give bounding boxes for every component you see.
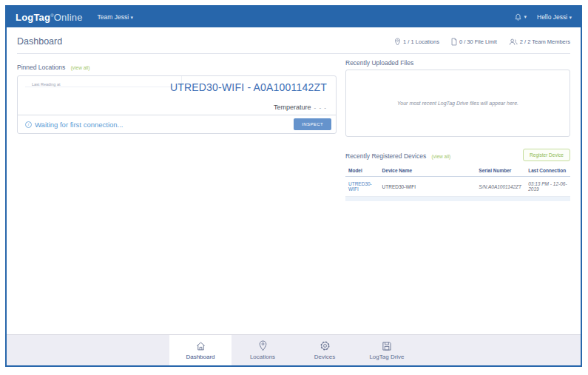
bottom-navigation: Dashboard Locations Devices LogTag Dri [7, 334, 581, 365]
stat-team-members[interactable]: 2 / 2 Team Members [509, 38, 570, 46]
recent-devices-view-all-link[interactable]: (view all) [432, 154, 451, 159]
main-content: Dashboard 1 / 1 Locations 0 / 30 File Li… [7, 27, 581, 334]
device-model-link[interactable]: UTRED30-WIFI [345, 177, 379, 197]
file-icon [451, 38, 457, 46]
team-icon [509, 38, 518, 46]
team-menu-label: Team Jessi [98, 13, 129, 21]
logo-light-text: Online [54, 12, 83, 23]
device-serial-cell: S/N:A0A1001142ZT [476, 177, 525, 197]
bell-icon [514, 13, 522, 21]
location-pin-icon [394, 38, 401, 46]
tab-locations[interactable]: Locations [232, 335, 294, 365]
table-header-row: Model Device Name Serial Number Last Con… [345, 165, 570, 177]
tab-devices-label: Devices [314, 354, 335, 360]
tab-dashboard[interactable]: Dashboard [169, 335, 232, 365]
tab-logtag-drive[interactable]: LogTag Drive [356, 335, 418, 365]
tab-dashboard-label: Dashboard [186, 354, 214, 360]
inspect-button[interactable]: INSPECT [294, 118, 331, 130]
recent-devices-section: Recently Registered Devices (view all) R… [345, 148, 570, 201]
account-stats: 1 / 1 Locations 0 / 30 File Limit 2 [394, 38, 570, 47]
recent-files-empty-message: Your most recent LogTag Drive files will… [397, 101, 518, 106]
register-device-button[interactable]: Register Device [523, 149, 570, 161]
user-menu-label: Hello Jessi [537, 13, 567, 21]
recent-devices-table: Model Device Name Serial Number Last Con… [345, 165, 570, 201]
gear-icon [320, 340, 331, 351]
location-pin-icon [258, 340, 268, 351]
tab-devices[interactable]: Devices [294, 335, 356, 365]
logtag-online-logo: LogTag®Online [16, 12, 83, 23]
logo-bold-text: LogTag [16, 12, 50, 23]
column-header-device-name: Device Name [379, 165, 476, 177]
recent-devices-title: Recently Registered Devices [345, 152, 426, 160]
table-empty-stripe [345, 197, 570, 201]
stat-locations-label: 1 / 1 Locations [403, 38, 439, 45]
metric-value: - - - [314, 104, 327, 111]
stat-locations[interactable]: 1 / 1 Locations [394, 38, 439, 46]
last-reading-label: Last Reading at [32, 82, 61, 87]
notifications-menu[interactable]: ▾ [514, 13, 527, 21]
temperature-metric: Temperature- - - [274, 104, 327, 111]
user-menu[interactable]: Hello Jessi ▾ [537, 13, 572, 21]
pinned-device-title: UTRED30-WIFI - A0A1001142ZT [170, 81, 327, 93]
drive-icon [382, 341, 392, 351]
chevron-down-icon: ▾ [130, 15, 133, 20]
chevron-down-icon: ▾ [524, 14, 527, 20]
pinned-card-footer: i Waiting for first connection... INSPEC… [18, 115, 336, 133]
info-icon: i [25, 121, 32, 128]
device-last-connection-cell: 03:13 PM - 12-06-2019 [525, 177, 570, 197]
recent-files-card: Your most recent LogTag Drive files will… [345, 70, 570, 137]
top-navbar: LogTag®Online Team Jessi ▾ ▾ Hello Jessi… [7, 7, 581, 27]
column-header-serial-number: Serial Number [476, 165, 525, 177]
device-name-cell: UTRED30-WIFI [379, 177, 476, 197]
pinned-locations-view-all-link[interactable]: (view all) [71, 65, 90, 70]
stat-team-members-label: 2 / 2 Team Members [520, 38, 570, 45]
table-row[interactable]: UTRED30-WIFI UTRED30-WIFI S/N:A0A1001142… [345, 177, 570, 197]
column-header-last-connection: Last Connection [525, 165, 570, 177]
recent-files-title: Recently Uploaded Files [345, 59, 570, 67]
page-header: Dashboard 1 / 1 Locations 0 / 30 File Li… [17, 33, 570, 54]
home-icon [195, 341, 206, 351]
chevron-down-icon: ▾ [569, 15, 572, 20]
pinned-location-card: Last Reading at UTRED30-WIFI - A0A100114… [17, 75, 337, 134]
stat-file-limit-label: 0 / 30 File Limit [459, 38, 497, 45]
connection-status: i Waiting for first connection... [25, 121, 124, 129]
metric-label: Temperature [274, 104, 311, 111]
app-frame: LogTag®Online Team Jessi ▾ ▾ Hello Jessi… [5, 5, 582, 367]
pinned-locations-title: Pinned Locations [17, 64, 65, 71]
column-header-model: Model [345, 165, 379, 177]
tab-locations-label: Locations [250, 354, 275, 360]
connection-status-text: Waiting for first connection... [35, 121, 124, 129]
stat-file-limit[interactable]: 0 / 30 File Limit [451, 38, 497, 46]
tab-logtag-drive-label: LogTag Drive [369, 354, 404, 360]
page-title: Dashboard [17, 36, 62, 47]
team-menu[interactable]: Team Jessi ▾ [98, 13, 133, 21]
